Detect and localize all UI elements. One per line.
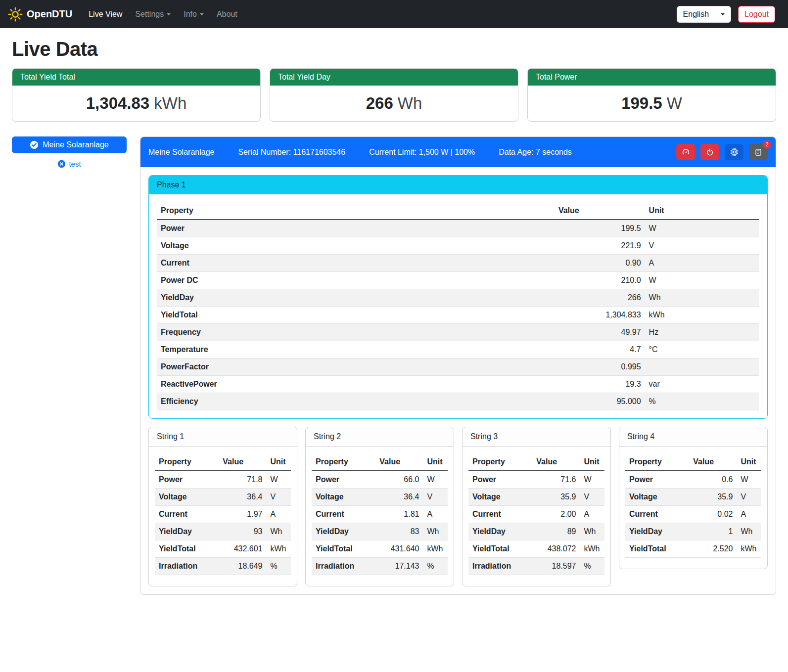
property-cell: YieldTotal: [157, 307, 555, 324]
nav-info[interactable]: Info: [177, 6, 210, 23]
unit-cell: W: [580, 471, 605, 489]
summary-unit: kWh: [154, 94, 186, 112]
property-cell: YieldDay: [157, 289, 555, 307]
unit-cell: V: [645, 237, 759, 255]
column-unit: Unit: [423, 453, 448, 471]
summary-value: 1,304.83: [86, 94, 149, 112]
logout-button[interactable]: Logout: [738, 6, 775, 23]
summary-unit: Wh: [398, 94, 422, 112]
string-1-table: Property Value Unit Power: [155, 453, 291, 575]
value-cell: 1,304.833: [555, 307, 645, 324]
power-button[interactable]: [700, 144, 719, 160]
summary-card-body: 1,304.83kWh: [12, 86, 260, 121]
table-row: Current 1.97 A: [155, 506, 291, 523]
property-cell: Current: [157, 255, 555, 272]
unit-cell: %: [423, 558, 448, 575]
property-cell: Voltage: [312, 489, 375, 506]
sidebar-item-test[interactable]: test: [12, 160, 127, 168]
navbar-right: English Logout: [677, 6, 775, 23]
sidebar-item-test-label: test: [69, 160, 81, 168]
chevron-down-icon: [200, 13, 204, 15]
nav-settings-label: Settings: [135, 10, 164, 19]
property-cell: Current: [468, 506, 532, 523]
journal-icon: [754, 148, 762, 156]
nav-settings[interactable]: Settings: [129, 6, 177, 23]
value-cell: 0.90: [555, 255, 645, 272]
table-row: Irradiation 17.143 %: [312, 558, 448, 575]
device-settings-button[interactable]: [725, 144, 743, 160]
table-row: YieldDay 89 Wh: [468, 523, 604, 540]
value-cell: 35.9: [689, 489, 737, 506]
value-cell: 35.9: [532, 489, 580, 506]
value-cell: 1.81: [375, 506, 423, 523]
inverter-header: Meine Solaranlage Serial Number: 1161716…: [140, 137, 776, 167]
unit-cell: Wh: [580, 523, 605, 540]
value-cell: 221.9: [555, 237, 645, 255]
summary-cards: Total Yield Total 1,304.83kWh Total Yiel…: [12, 68, 776, 122]
language-value: English: [683, 10, 709, 19]
chevron-down-icon: [167, 13, 171, 15]
property-cell: YieldTotal: [312, 540, 375, 558]
limit-settings-button[interactable]: [676, 144, 695, 160]
unit-cell: V: [737, 489, 762, 506]
property-cell: YieldDay: [155, 523, 219, 540]
unit-cell: W: [267, 471, 291, 489]
table-row: YieldDay 1 Wh: [625, 523, 761, 540]
table-row: YieldDay 93 Wh: [155, 523, 291, 540]
property-cell: Current: [312, 506, 375, 523]
unit-cell: Wh: [737, 523, 762, 540]
nav-live-view[interactable]: Live View: [82, 6, 129, 23]
table-row: Power 71.6 W: [468, 471, 604, 489]
brand-link[interactable]: OpenDTU: [8, 7, 72, 22]
unit-cell: A: [645, 255, 759, 272]
table-row: Irradiation 18.649 %: [155, 558, 291, 575]
table-row: Power 71.8 W: [155, 471, 291, 489]
table-row: YieldTotal 438.072 kWh: [468, 540, 604, 558]
unit-cell: °C: [645, 341, 759, 358]
unit-cell: kWh: [737, 540, 762, 558]
column-value: Value: [219, 453, 266, 471]
unit-cell: A: [267, 506, 291, 523]
value-cell: 2.00: [532, 506, 580, 523]
unit-cell: W: [645, 272, 759, 289]
nav-about[interactable]: About: [210, 6, 244, 23]
value-cell: 210.0: [555, 272, 645, 289]
value-cell: 0.6: [689, 471, 737, 489]
property-cell: Efficiency: [157, 393, 555, 410]
table-header-row: Property Value Unit: [312, 453, 448, 471]
property-cell: Current: [155, 506, 219, 523]
unit-cell: kWh: [645, 307, 759, 324]
value-cell: 19.3: [555, 376, 645, 393]
property-cell: YieldTotal: [625, 540, 689, 558]
summary-card-body: 266Wh: [270, 86, 518, 121]
phase-card: Phase 1 Property Value Unit: [148, 175, 768, 419]
brand-label: OpenDTU: [27, 8, 72, 20]
unit-cell: kWh: [423, 540, 448, 558]
unit-cell: %: [645, 393, 759, 410]
summary-value: 199.5: [621, 94, 662, 112]
property-cell: YieldDay: [625, 523, 689, 540]
property-cell: Frequency: [157, 324, 555, 341]
unit-cell: var: [645, 376, 759, 393]
inverter-card: Meine Solaranlage Serial Number: 1161716…: [140, 136, 776, 595]
summary-card: Total Power 199.5W: [527, 68, 776, 122]
table-row: YieldTotal 2.520 kWh: [625, 540, 761, 558]
table-header-row: Property Value Unit: [625, 453, 761, 471]
table-row: Irradiation 18.597 %: [468, 558, 604, 575]
value-cell: 49.97: [555, 324, 645, 341]
property-cell: Power: [625, 471, 689, 489]
column-property: Property: [468, 453, 532, 471]
value-cell: 2.520: [689, 540, 737, 558]
unit-cell: A: [737, 506, 762, 523]
value-cell: 95.000: [555, 393, 645, 410]
table-row: Current 0.02 A: [625, 506, 761, 523]
table-row: Power DC 210.0 W: [157, 272, 759, 289]
property-cell: Voltage: [468, 489, 532, 506]
table-row: Temperature 4.7 °C: [157, 341, 759, 358]
language-select[interactable]: English: [677, 6, 731, 23]
string-2-body: Property Value Unit Power: [306, 447, 454, 586]
table-row: Current 1.81 A: [312, 506, 448, 523]
inverter-select-button[interactable]: Meine Solaranlage: [12, 136, 127, 153]
events-button[interactable]: 2: [749, 144, 768, 160]
page-container: Live Data Total Yield Total 1,304.83kWh …: [0, 38, 788, 607]
